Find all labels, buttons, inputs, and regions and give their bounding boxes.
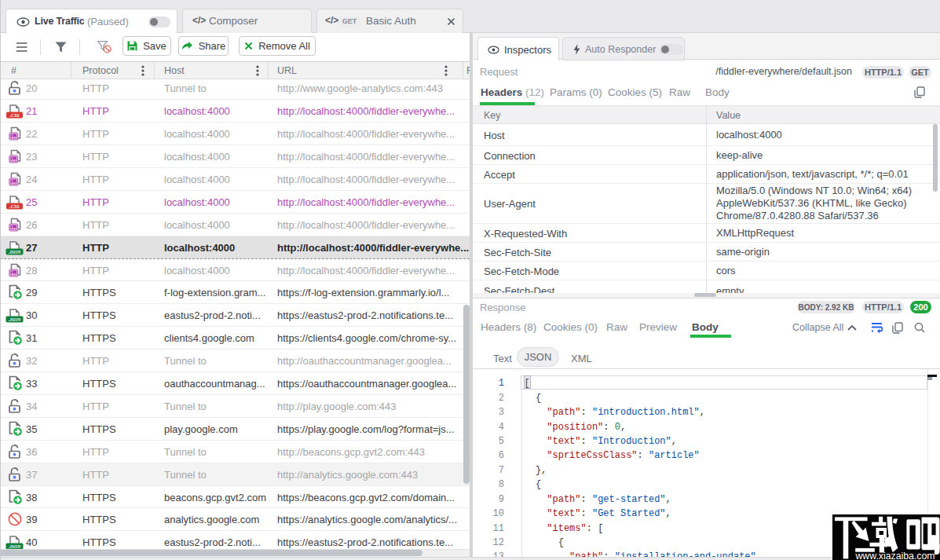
- svg-text:.JSON: .JSON: [9, 317, 22, 322]
- svg-text:.CSS: .CSS: [9, 112, 20, 118]
- svg-text:.JSON: .JSON: [9, 249, 22, 254]
- svg-text:.CSS: .CSS: [9, 203, 20, 209]
